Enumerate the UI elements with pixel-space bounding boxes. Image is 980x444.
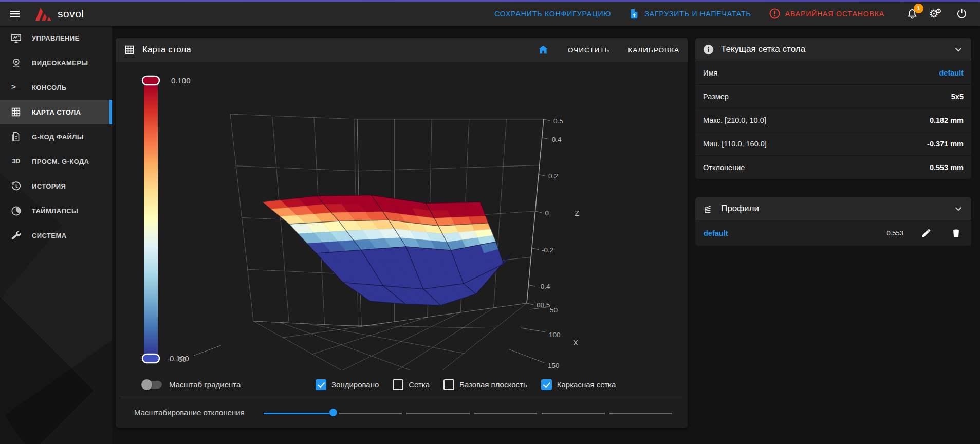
bedmesh-3d-plot[interactable]: 0.100-0.1000.50.40.20-0.2-0.400.5Z501001… — [116, 62, 688, 370]
current-mesh-header: Текущая сетка стола — [695, 38, 971, 61]
home-icon — [537, 44, 549, 56]
save-config-button[interactable]: СОХРАНИТЬ КОНФИГУРАЦИЮ — [494, 10, 611, 18]
profiles-panel: Профили default 0.553 — [695, 197, 971, 246]
sidebar-item-label: СИСТЕМА — [32, 232, 66, 239]
svg-text:150: 150 — [548, 362, 560, 369]
slider-track-segment[interactable] — [609, 413, 672, 414]
pencil-icon — [921, 228, 932, 238]
grid-icon — [124, 44, 135, 55]
clear-mesh-button[interactable]: ОЧИСТИТЬ — [568, 46, 609, 54]
menu-icon[interactable] — [3, 2, 27, 26]
file-document-icon — [9, 131, 23, 142]
sidebar-item-system[interactable]: СИСТЕМА — [0, 223, 112, 248]
checkbox-icon[interactable] — [316, 379, 326, 390]
file-upload-icon — [628, 8, 640, 20]
profile-row-default[interactable]: default 0.553 — [695, 220, 971, 246]
grid-icon — [9, 106, 23, 118]
sidebar-item-gcode-files[interactable]: G-КОД ФАЙЛЫ — [0, 124, 112, 149]
sidebar-item-label: ИСТОРИЯ — [32, 182, 66, 190]
emergency-stop-button[interactable]: АВАРИЙНАЯ ОСТАНОВКА — [769, 8, 884, 20]
deviation-scale-slider[interactable] — [264, 412, 672, 415]
wrench-icon — [9, 230, 23, 241]
sidebar-item-label: КАРТА СТОЛА — [32, 108, 81, 116]
plot-checkboxes: Зондировано Сетка Базовая плоскость Карк… — [316, 372, 616, 397]
edit-profile-button[interactable] — [919, 226, 933, 240]
sidebar-item-console[interactable]: >_ КОНСОЛЬ — [0, 75, 112, 100]
plot-controls: Масштаб градиента Зондировано Сетка Базо… — [116, 372, 688, 397]
sidebar-item-gcode-viewer[interactable]: 3D ПРОСМ. G-КОДА — [0, 149, 112, 174]
sidebar-item-webcams[interactable]: ВИДЕОКАМЕРЫ — [0, 50, 112, 75]
upload-print-button[interactable]: ЗАГРУЗИТЬ И НАПЕЧАТАТЬ — [628, 8, 751, 20]
checkbox-icon[interactable] — [393, 379, 403, 390]
bedmesh-panel-header: Карта стола ОЧИСТИТЬ КАЛИБРОВКА — [116, 38, 688, 62]
panel-title: Карта стола — [142, 45, 191, 55]
notifications-button[interactable]: 1 — [902, 4, 922, 24]
slider-track-segment[interactable] — [339, 413, 402, 414]
svg-text:Z: Z — [575, 209, 579, 217]
chevron-down-icon — [953, 203, 964, 214]
svg-text:100: 100 — [549, 331, 561, 339]
slider-thumb[interactable] — [329, 409, 337, 416]
brand-name: sovol — [58, 8, 84, 20]
trash-icon — [951, 228, 961, 238]
collapse-button[interactable] — [953, 203, 964, 214]
svg-text:0.5: 0.5 — [553, 117, 563, 125]
delete-profile-button[interactable] — [949, 226, 963, 240]
sidebar-item-label: ТАЙМЛАПСЫ — [32, 207, 78, 215]
alert-icon — [769, 8, 781, 20]
checkbox-flat-plane[interactable]: Базовая плоскость — [443, 379, 527, 390]
current-mesh-panel: Текущая сетка стола Имя default Размер 5… — [695, 38, 971, 179]
history-icon — [9, 180, 23, 192]
slider-track-segment[interactable] — [542, 413, 604, 414]
sidebar-item-dashboard[interactable]: УПРАВЛЕНИЕ — [0, 26, 112, 50]
checkbox-wireframe[interactable]: Каркасная сетка — [541, 379, 616, 390]
profile-name: default — [704, 229, 728, 237]
toggle-track[interactable] — [142, 381, 162, 388]
slider-fill — [264, 413, 333, 414]
sovol-logo-icon — [34, 6, 52, 22]
slider-track-segment[interactable] — [406, 413, 469, 414]
mesh-row-max: Макс. [210.0, 10.0] 0.182 mm — [695, 108, 971, 132]
gradient-scale-toggle[interactable]: Масштаб градиента — [142, 372, 241, 397]
3d-icon: 3D — [9, 158, 23, 165]
sidebar-item-label: G-КОД ФАЙЛЫ — [32, 133, 84, 141]
panel-title: Профили — [721, 203, 759, 214]
gears-icon: ⚙⚙ — [929, 8, 945, 19]
svg-text:0: 0 — [545, 209, 549, 217]
collapse-button[interactable] — [953, 44, 964, 55]
sidebar: УПРАВЛЕНИЕ ВИДЕОКАМЕРЫ >_ КОНСОЛЬ КАРТА … — [0, 26, 112, 444]
profile-variance: 0.553 — [886, 229, 903, 237]
topbar: sovol СОХРАНИТЬ КОНФИГУРАЦИЮ ЗАГРУЗИТЬ И… — [0, 2, 980, 26]
checkbox-probed[interactable]: Зондировано — [316, 379, 379, 390]
monitor-icon — [9, 32, 23, 44]
mesh-row-min: Мин. [110.0, 160.0] -0.371 mm — [695, 132, 971, 155]
checkbox-mesh[interactable]: Сетка — [393, 379, 430, 390]
checkbox-icon[interactable] — [541, 379, 552, 390]
sidebar-item-bedmesh[interactable]: КАРТА СТОЛА — [0, 100, 112, 124]
svg-text:X: X — [573, 338, 578, 347]
settings-button[interactable]: ⚙⚙ — [927, 4, 947, 24]
slider-track-segment[interactable] — [474, 413, 537, 414]
sidebar-item-label: КОНСОЛЬ — [32, 84, 67, 91]
svg-text:-0.2: -0.2 — [542, 246, 553, 254]
power-button[interactable] — [951, 4, 972, 24]
svg-text:50: 50 — [550, 306, 558, 314]
sidebar-item-label: УПРАВЛЕНИЕ — [32, 34, 80, 42]
mesh-row-variance: Отклонение 0.553 mm — [695, 156, 971, 179]
console-icon: >_ — [9, 83, 23, 92]
home-button[interactable] — [537, 44, 549, 56]
calibrate-button[interactable]: КАЛИБРОВКА — [628, 46, 679, 54]
power-icon — [956, 8, 968, 20]
panel-title: Текущая сетка стола — [721, 44, 805, 54]
notification-badge: 1 — [914, 4, 923, 13]
svg-text:0.2: 0.2 — [548, 172, 558, 180]
info-icon — [702, 44, 714, 55]
brand: sovol — [34, 6, 84, 22]
svg-text:-50: -50 — [176, 356, 187, 363]
sidebar-item-timelapse[interactable]: ТАЙМЛАПСЫ — [0, 198, 112, 223]
scale-slider-row: Масштабирование отклонения — [116, 398, 688, 428]
slider-label: Масштабирование отклонения — [134, 408, 245, 417]
sidebar-item-history[interactable]: ИСТОРИЯ — [0, 174, 112, 198]
checkbox-icon[interactable] — [443, 379, 454, 390]
profiles-header: Профили — [695, 197, 971, 220]
